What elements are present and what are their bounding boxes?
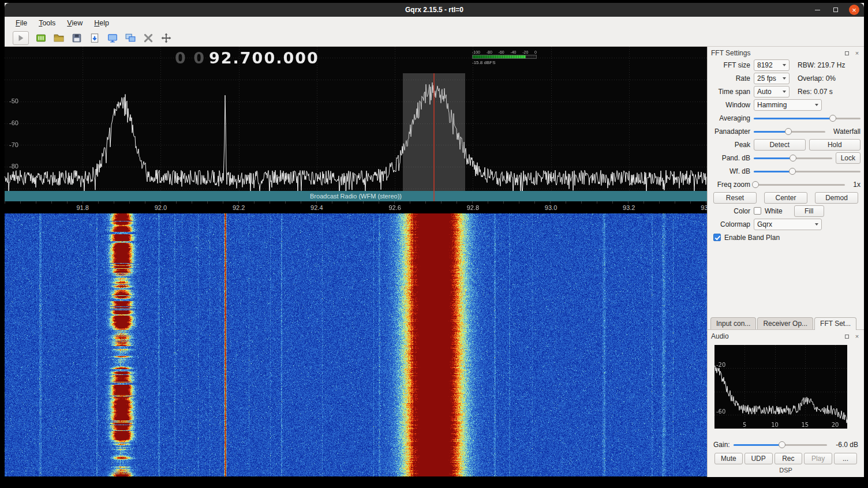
tab-receiver-options[interactable]: Receiver Op... [757,317,813,329]
colormap-row: Colormap Gqrx [708,217,864,231]
audio-dock: Audio × Gain: -6.0 dB Mute UDP [708,329,864,477]
colormap-select[interactable]: Gqrx [754,219,822,230]
panadapter-slider[interactable] [754,127,825,136]
waterfall-label: Waterfall [829,127,860,136]
color-row: Color White Fill [708,204,864,217]
spectrum-canvas[interactable] [5,47,707,191]
time-span-row: Time span Auto Res: 0.07 s [708,85,864,98]
peak-detect-button[interactable]: Detect [754,139,806,151]
iq-record-icon [89,33,100,43]
freq-zoom-slider[interactable] [754,180,845,189]
audio-gain-row: Gain: -6.0 dB [708,439,864,451]
minimize-button[interactable] [812,5,822,15]
averaging-row: Averaging [708,111,864,125]
save-settings-button[interactable] [71,32,83,44]
demod-button[interactable]: Demod [815,192,858,204]
slider-handle[interactable] [829,115,836,122]
udp-button[interactable]: UDP [744,453,773,464]
close-icon[interactable]: × [854,333,860,340]
menu-help[interactable]: Help [89,18,114,28]
lock-button[interactable]: Lock [836,152,860,164]
fft-size-select[interactable]: 8192 [754,59,790,71]
freq-tick: 92.0 [155,204,167,211]
float-icon[interactable] [843,50,850,57]
slider-handle[interactable] [789,168,796,175]
freq-tick: 92.4 [310,204,323,211]
white-checkbox[interactable] [754,207,761,215]
waterfall[interactable] [5,213,707,477]
iq-tools-button[interactable] [89,32,100,44]
mute-button[interactable]: Mute [714,453,743,464]
averaging-label: Averaging [711,114,750,122]
bandplan-label: Broadcast Radio (WFM (stereo)) [310,193,402,200]
frequency-display[interactable]: 0 092.700.000 [175,49,319,67]
window-value: Hamming [757,101,787,109]
signal-meter: -100 -80 -60 -40 -20 0 -15.8 dBFS [472,50,537,65]
fullscreen-button[interactable] [160,32,172,44]
load-settings-button[interactable] [53,32,65,44]
band-plan-row: Enable Band Plan [708,231,864,244]
main-content: -50 -60 -70 -80 0 092.700.000 -100 -80 -… [5,47,864,477]
close-button[interactable]: × [849,5,859,15]
dsp-dock-label: DSP [708,464,864,477]
frequency-scale[interactable]: 91.8 92.0 92.2 92.4 92.6 92.8 93.0 93.2 … [5,201,707,213]
panel-spacer [708,244,864,317]
maximize-button[interactable] [830,5,841,15]
play-dsp-button[interactable] [13,31,29,45]
bookmarks-button[interactable] [35,32,47,44]
waterfall-canvas[interactable] [5,213,707,476]
colormap-value: Gqrx [757,220,772,228]
window-select[interactable]: Hamming [754,99,822,111]
spectrum-area: -50 -60 -70 -80 0 092.700.000 -100 -80 -… [5,47,707,477]
time-span-select[interactable]: Auto [754,86,790,97]
fft-plot[interactable]: -50 -60 -70 -80 0 092.700.000 -100 -80 -… [5,47,707,191]
meter-tick: -20 [522,50,528,54]
rec-button[interactable]: Rec [775,453,803,464]
meter-tick: -80 [487,50,492,54]
slider-handle[interactable] [790,155,796,162]
meter-scale: -100 -80 -60 -40 -20 0 [472,50,537,54]
peak-hold-button[interactable]: Hold [809,139,861,151]
audio-fft-plot[interactable] [714,345,848,429]
audio-fft-canvas[interactable] [714,345,847,429]
play-button[interactable]: Play [804,453,832,464]
rate-label: Rate [711,74,750,82]
meter-bar [472,55,537,59]
db-tick: -70 [9,141,18,148]
rate-row: Rate 25 fps Overlap: 0% [708,72,864,85]
menu-tools[interactable]: Tools [33,18,61,28]
peak-label: Peak [711,141,750,149]
remote-control-button[interactable] [107,32,118,44]
float-icon[interactable] [843,333,850,340]
res-info: Res: 0.07 s [793,88,833,96]
dock-tabbar: Input con... Receiver Op... FFT Set... [708,317,864,329]
reset-button[interactable]: Reset [713,192,757,204]
save-icon [72,33,82,43]
white-checkbox-label: White [765,207,783,215]
io-config-button[interactable] [143,32,154,44]
db-tick: -80 [9,163,18,170]
rate-select[interactable]: 25 fps [754,73,790,84]
titlebar[interactable]: Gqrx 2.15.5 - rtl=0 × [5,3,864,17]
gain-slider[interactable] [734,440,827,449]
tuning-line[interactable] [433,73,435,201]
dx-cluster-button[interactable] [125,32,136,44]
menu-view[interactable]: View [62,18,88,28]
fill-button[interactable]: Fill [794,205,824,217]
slider-fill [754,157,793,159]
averaging-slider[interactable] [754,114,860,123]
pand-db-slider[interactable] [754,153,832,163]
enable-band-plan-checkbox[interactable] [713,234,721,241]
more-button[interactable]: ... [834,453,857,464]
tab-input-controls[interactable]: Input con... [710,317,756,329]
menu-file[interactable]: File [10,18,32,28]
center-button[interactable]: Center [764,192,807,204]
slider-handle[interactable] [785,128,792,135]
close-icon[interactable]: × [854,50,860,57]
wf-db-slider[interactable] [754,167,860,176]
tab-fft-settings[interactable]: FFT Set... [814,317,856,330]
slider-handle[interactable] [752,181,759,188]
move-arrows-icon [161,33,171,43]
right-panel: FFT Settings × FFT size 8192 RBW: 219.7 … [707,47,864,477]
slider-handle[interactable] [779,441,785,448]
